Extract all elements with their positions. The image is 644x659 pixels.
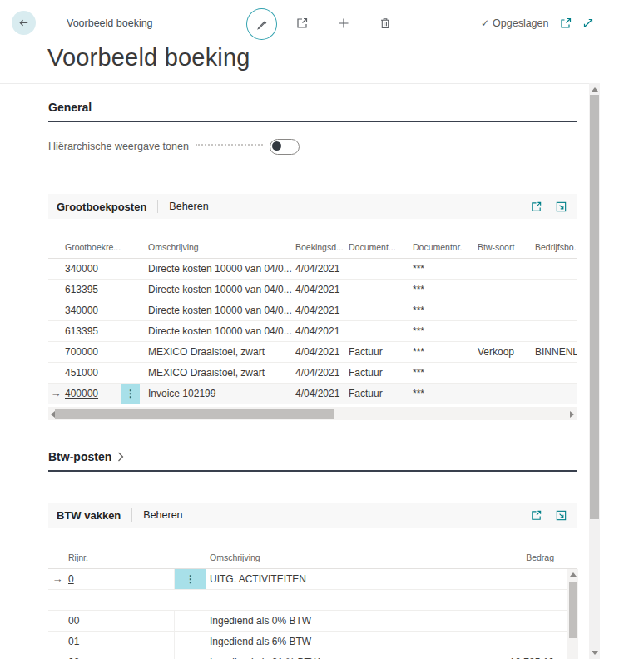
cell-document-no: *** — [411, 321, 476, 341]
table-row[interactable]: 01 Ingediend als 6% BTW — [48, 632, 577, 652]
col-business-group[interactable]: Bedrijfsbo... — [533, 242, 577, 258]
cell-description: MEXICO Draaistoel, zwart — [146, 342, 294, 362]
table-row[interactable]: 613395 Directe kosten 10000 van 04/0... … — [48, 321, 577, 342]
vat-share-button[interactable] — [530, 508, 543, 522]
cell-business-group: BINNENL — [533, 342, 577, 362]
edit-button[interactable] — [246, 8, 277, 40]
section-title: General — [48, 101, 92, 114]
page-vertical-scrollbar[interactable] — [589, 83, 600, 659]
cell-row-no[interactable]: 02 — [67, 652, 175, 659]
hierarchy-toggle[interactable] — [270, 139, 300, 155]
share-icon — [530, 509, 542, 522]
cell-description: UITG. ACTIVITEITEN — [208, 569, 466, 589]
col-description[interactable]: Omschrijving — [208, 552, 466, 568]
cell-posting-date: 4/04/2021 — [294, 363, 347, 383]
vat-manage-button[interactable]: Beheren — [143, 509, 182, 521]
section-title: Btw-posten — [48, 450, 111, 463]
page-title: Voorbeeld boeking — [47, 44, 250, 72]
cell-vat-type: Verkoop — [476, 342, 533, 362]
table-row[interactable]: 700000 MEXICO Draaistoel, zwart 4/04/202… — [48, 342, 577, 363]
col-document-type[interactable]: Document... — [347, 242, 411, 258]
table-row[interactable]: 00 Ingediend als 0% BTW — [48, 611, 577, 632]
col-description[interactable]: Omschrijving — [146, 242, 294, 258]
col-account[interactable]: Grootboekre... — [63, 242, 121, 258]
section-header-general[interactable]: General — [48, 101, 577, 122]
table-row[interactable]: 340000 Directe kosten 10000 van 04/0... … — [48, 259, 577, 280]
dotted-leader — [196, 143, 263, 146]
table-row[interactable]: 613395 Directe kosten 10000 van 04/0... … — [48, 280, 577, 300]
share-button[interactable] — [295, 17, 309, 30]
cell-description: Ingediend als 0% BTW — [208, 611, 466, 631]
cell-amount: 10.785,10 — [466, 652, 562, 659]
breadcrumb[interactable]: Voorbeeld boeking — [67, 17, 153, 29]
cell-account[interactable]: 613395 — [63, 321, 121, 341]
section-header-vat-entries[interactable]: Btw-posten — [48, 450, 577, 472]
table-row[interactable]: 340000 Directe kosten 10000 van 04/0... … — [48, 300, 577, 321]
scroll-up-arrow[interactable] — [592, 87, 598, 92]
cell-document-type: Factuur — [347, 342, 411, 362]
toggle-knob — [272, 141, 281, 151]
cell-description: Directe kosten 10000 van 04/0... — [146, 280, 294, 300]
row-context-menu-button[interactable]: ⋮ — [121, 384, 140, 404]
back-button[interactable] — [12, 11, 36, 35]
cell-row-no[interactable]: 00 — [67, 611, 175, 631]
col-vat-type[interactable]: Btw-soort — [476, 242, 533, 258]
cell-document-type: Factuur — [347, 363, 411, 383]
popout-button[interactable] — [559, 17, 572, 30]
gl-horizontal-scrollbar[interactable] — [48, 407, 577, 420]
gl-hscroll-thumb[interactable] — [55, 409, 334, 419]
page-vscroll-thumb[interactable] — [590, 95, 599, 519]
cell-account[interactable]: 451000 — [63, 363, 121, 383]
scroll-up-arrow[interactable] — [570, 572, 577, 577]
scroll-right-arrow[interactable] — [570, 411, 574, 418]
vat-card-title[interactable]: BTW vakken — [57, 509, 121, 522]
selected-row-arrow-icon: → — [48, 569, 67, 589]
content-area: General Hiërarchische weergave tonen Gro… — [48, 84, 587, 659]
expand-button[interactable] — [582, 17, 595, 30]
vat-focus-button[interactable] — [555, 508, 568, 522]
share-icon — [530, 201, 542, 213]
vat-column-headers: Rijnr. Omschrijving Bedrag — [48, 528, 577, 569]
gl-share-button[interactable] — [530, 200, 543, 213]
save-status-label: Opgeslagen — [493, 17, 548, 29]
cell-posting-date: 4/04/2021 — [294, 280, 347, 300]
vat-vertical-scrollbar[interactable] — [567, 569, 578, 659]
popout-icon — [559, 17, 572, 30]
share-icon — [295, 17, 309, 30]
col-amount[interactable]: Bedrag — [466, 552, 562, 568]
cell-row-no[interactable]: 01 — [67, 632, 175, 652]
expand-diagonal-icon — [582, 17, 595, 30]
cell-account[interactable]: 340000 — [63, 259, 121, 279]
col-document-no[interactable]: Documentnr. — [411, 242, 476, 258]
hierarchy-toggle-row: Hiërarchische weergave tonen — [48, 139, 300, 154]
cell-account[interactable]: 700000 — [63, 342, 121, 362]
vat-vscroll-thumb[interactable] — [569, 582, 577, 638]
table-row[interactable]: 02 Ingediend als 21 % BTW 10.785,10 — [48, 652, 577, 659]
col-posting-date[interactable]: Boekingsd... — [294, 242, 347, 258]
gl-card-title[interactable]: Grootboekposten — [57, 201, 146, 213]
cell-document-no: *** — [411, 384, 476, 404]
new-button[interactable] — [337, 17, 350, 30]
table-row[interactable] — [48, 590, 577, 611]
command-bar: Voorbeeld boeking ✓ Opgeslagen — [0, 0, 599, 47]
hierarchy-toggle-label: Hiërarchische weergave tonen — [48, 141, 189, 152]
cell-posting-date: 4/04/2021 — [294, 300, 347, 320]
gl-card-header: Grootboekposten Beheren — [48, 194, 577, 219]
table-row[interactable]: 451000 MEXICO Draaistoel, zwart 4/04/202… — [48, 363, 577, 384]
cell-account-link[interactable]: 400000 — [63, 384, 121, 404]
cell-row-no-link[interactable]: 0 — [67, 569, 175, 589]
check-icon: ✓ — [481, 17, 489, 29]
gl-focus-button[interactable] — [555, 200, 568, 213]
delete-button[interactable] — [379, 17, 392, 30]
cell-account[interactable]: 613395 — [63, 280, 121, 300]
gl-manage-button[interactable]: Beheren — [169, 201, 208, 212]
table-row-selected[interactable]: → 400000 ⋮ Invoice 102199 4/04/2021 Fact… — [48, 384, 577, 404]
cell-posting-date: 4/04/2021 — [294, 321, 347, 341]
cell-account[interactable]: 340000 — [63, 300, 121, 320]
vat-boxes-card: BTW vakken Beheren Rijnr. Omschrijving B… — [48, 503, 577, 659]
trash-icon — [379, 17, 392, 30]
table-row-selected[interactable]: → 0 ⋮ UITG. ACTIVITEITEN — [48, 569, 577, 590]
col-row-no[interactable]: Rijnr. — [67, 552, 175, 568]
row-context-menu-button[interactable]: ⋮ — [175, 569, 206, 589]
scroll-down-arrow[interactable] — [592, 651, 598, 655]
